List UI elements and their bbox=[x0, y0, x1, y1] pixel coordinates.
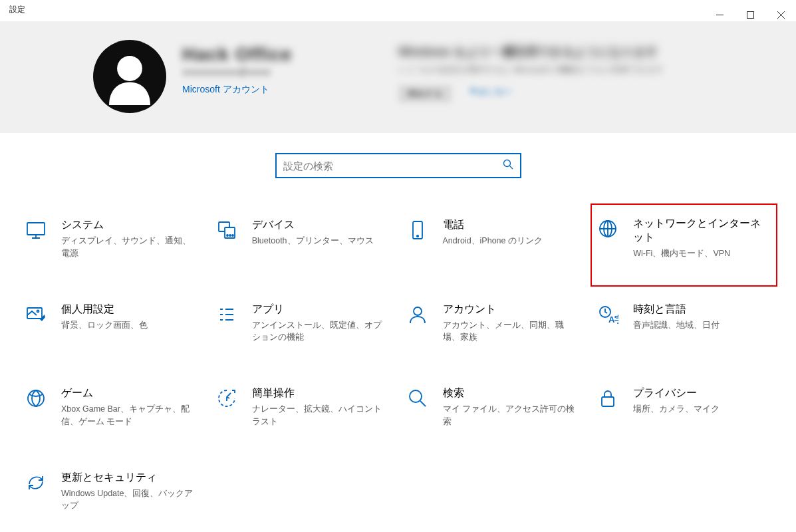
tile-update-security[interactable]: 更新とセキュリティ Windows Update、回復、バックアップ bbox=[20, 468, 204, 515]
main-content: システム ディスプレイ、サウンド、通知、電源 デバイス Bluetooth、プリ… bbox=[0, 133, 796, 515]
microsoft-account-link[interactable]: Microsoft アカウント bbox=[182, 84, 269, 96]
tile-title: 更新とセキュリティ bbox=[61, 471, 195, 485]
tile-title: アプリ bbox=[252, 303, 386, 317]
tile-desc: 音声認識、地域、日付 bbox=[633, 319, 767, 332]
tile-title: 簡単操作 bbox=[252, 386, 386, 400]
header-promo: Windows をより一層活用できるようになります いくつかの設定を選択すると … bbox=[398, 40, 663, 133]
tile-system[interactable]: システム ディスプレイ、サウンド、通知、電源 bbox=[20, 215, 204, 263]
promo-button-blurred[interactable]: 開始する bbox=[398, 85, 452, 102]
search-icon bbox=[503, 159, 513, 172]
phone-icon bbox=[406, 218, 430, 242]
privacy-icon bbox=[596, 386, 620, 410]
username-blurred: Hack Office bbox=[182, 44, 292, 65]
tile-network[interactable]: ネットワークとインターネット Wi-Fi、機内モード、VPN bbox=[591, 203, 777, 287]
tile-title: ゲーム bbox=[61, 386, 195, 400]
tile-title: デバイス bbox=[252, 218, 386, 232]
tile-title: プライバシー bbox=[633, 386, 767, 400]
tile-personalization[interactable]: 個人用設定 背景、ロック画面、色 bbox=[20, 300, 204, 347]
tile-title: アカウント bbox=[443, 303, 577, 317]
settings-grid: システム ディスプレイ、サウンド、通知、電源 デバイス Bluetooth、プリ… bbox=[20, 215, 776, 515]
tile-desc: 場所、カメラ、マイク bbox=[633, 403, 767, 416]
tile-desc: アンインストール、既定値、オプションの機能 bbox=[252, 319, 386, 344]
time-language-icon: A字 bbox=[596, 303, 620, 327]
tile-apps[interactable]: アプリ アンインストール、既定値、オプションの機能 bbox=[211, 300, 395, 347]
tile-desc: ナレーター、拡大鏡、ハイコントラスト bbox=[252, 403, 386, 428]
tile-search[interactable]: 検索 マイ ファイル、アクセス許可の検索 bbox=[402, 384, 586, 431]
tile-time-language[interactable]: A字 時刻と言語 音声認識、地域、日付 bbox=[592, 300, 776, 347]
svg-text:A字: A字 bbox=[608, 315, 618, 325]
svg-rect-20 bbox=[602, 397, 614, 406]
svg-point-2 bbox=[503, 160, 510, 167]
tile-title: 電話 bbox=[443, 218, 577, 232]
tile-gaming[interactable]: ゲーム Xbox Game Bar、キャプチャ、配信、ゲーム モード bbox=[20, 384, 204, 431]
apps-icon bbox=[215, 303, 239, 327]
tile-title: システム bbox=[61, 218, 195, 232]
account-header: Hack Office xxxxxxxxxxxx@xxxxx Microsoft… bbox=[0, 21, 796, 133]
svg-point-15 bbox=[414, 307, 422, 315]
svg-point-19 bbox=[410, 390, 422, 402]
tile-devices[interactable]: デバイス Bluetooth、プリンター、マウス bbox=[211, 215, 395, 263]
svg-rect-3 bbox=[27, 223, 45, 235]
tile-desc: 背景、ロック画面、色 bbox=[61, 319, 195, 332]
avatar bbox=[93, 40, 166, 113]
tile-desc: アカウント、メール、同期、職場、家族 bbox=[443, 319, 577, 344]
tile-title: 時刻と言語 bbox=[633, 303, 767, 317]
tile-ease-of-access[interactable]: 簡単操作 ナレーター、拡大鏡、ハイコントラスト bbox=[211, 384, 395, 431]
titlebar: 設定 bbox=[0, 0, 796, 21]
search-input[interactable] bbox=[283, 160, 503, 172]
accounts-icon bbox=[406, 303, 430, 327]
svg-point-10 bbox=[416, 235, 418, 237]
svg-rect-0 bbox=[747, 11, 753, 18]
svg-point-1 bbox=[117, 56, 142, 81]
tile-desc: マイ ファイル、アクセス許可の検索 bbox=[443, 403, 577, 428]
svg-point-14 bbox=[37, 310, 39, 312]
svg-point-18 bbox=[28, 390, 44, 406]
tile-title: 個人用設定 bbox=[61, 303, 195, 317]
gaming-icon bbox=[24, 386, 48, 410]
search-container bbox=[20, 153, 776, 178]
tile-desc: ディスプレイ、サウンド、通知、電源 bbox=[61, 235, 195, 260]
tile-phone[interactable]: 電話 Android、iPhone のリンク bbox=[402, 215, 586, 263]
tile-desc: Windows Update、回復、バックアップ bbox=[61, 487, 195, 513]
user-info: Hack Office xxxxxxxxxxxx@xxxxx Microsoft… bbox=[182, 40, 292, 133]
devices-icon bbox=[215, 218, 239, 242]
tile-title: 検索 bbox=[443, 386, 577, 400]
promo-subtitle-blurred: いくつかの設定を選択すると Microsoft の機能をフルに利用できます bbox=[398, 64, 663, 76]
update-icon bbox=[24, 471, 48, 495]
email-blurred: xxxxxxxxxxxx@xxxxx bbox=[182, 66, 292, 77]
search-category-icon bbox=[406, 386, 430, 410]
tile-title: ネットワークとインターネット bbox=[633, 217, 767, 245]
promo-link-blurred[interactable]: 今はしない bbox=[469, 85, 512, 102]
globe-icon bbox=[596, 217, 620, 241]
tile-desc: Xbox Game Bar、キャプチャ、配信、ゲーム モード bbox=[61, 403, 195, 428]
tile-desc: Android、iPhone のリンク bbox=[443, 235, 577, 247]
window-title: 設定 bbox=[9, 4, 25, 15]
system-icon bbox=[24, 218, 48, 242]
ease-of-access-icon bbox=[215, 386, 239, 410]
tile-accounts[interactable]: アカウント アカウント、メール、同期、職場、家族 bbox=[402, 300, 586, 347]
search-box[interactable] bbox=[275, 153, 521, 178]
promo-title-blurred: Windows をより一層活用できるようになります bbox=[398, 44, 663, 60]
tile-desc: Wi-Fi、機内モード、VPN bbox=[633, 247, 767, 260]
personalization-icon bbox=[24, 303, 48, 327]
tile-privacy[interactable]: プライバシー 場所、カメラ、マイク bbox=[592, 384, 776, 431]
tile-desc: Bluetooth、プリンター、マウス bbox=[252, 235, 386, 247]
